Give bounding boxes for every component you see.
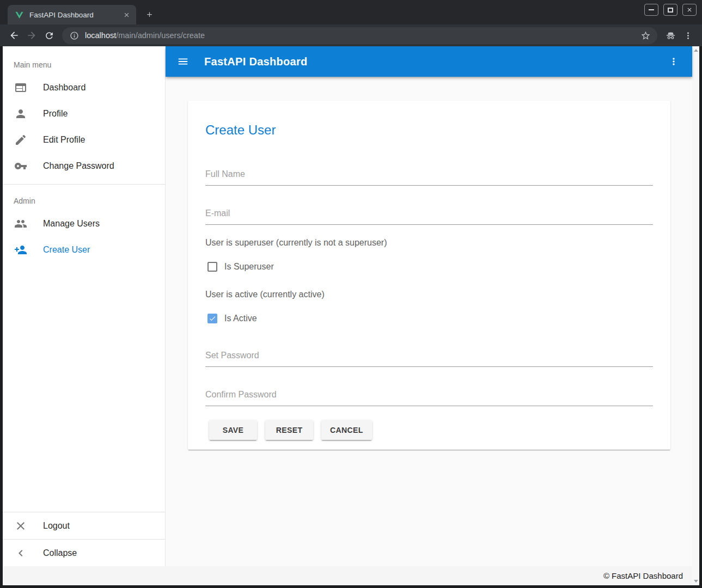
superuser-hint: User is superuser (currently is not a su… xyxy=(205,238,653,248)
pencil-icon xyxy=(14,133,27,146)
url-path: /main/admin/users/create xyxy=(116,31,205,40)
sidebar-item-label: Create User xyxy=(43,245,90,255)
bookmark-star-icon[interactable] xyxy=(639,29,652,42)
active-checkbox-row[interactable]: Is Active xyxy=(207,309,653,328)
web-icon xyxy=(14,81,27,94)
person-icon xyxy=(14,107,27,120)
superuser-checkbox[interactable] xyxy=(207,262,217,272)
sidebar-item-manage-users[interactable]: Manage Users xyxy=(3,211,165,237)
minimize-icon xyxy=(649,9,654,10)
create-user-card: Create User User is superuser (currently… xyxy=(188,101,670,450)
checkmark-icon xyxy=(209,315,216,322)
sidebar-item-change-password[interactable]: Change Password xyxy=(3,153,165,179)
full-name-field-wrap xyxy=(205,169,653,186)
sidebar-item-collapse[interactable]: Collapse xyxy=(3,540,165,566)
sidebar-item-logout[interactable]: Logout xyxy=(3,512,165,539)
confirm-password-input[interactable] xyxy=(205,390,653,406)
url-host: localhost xyxy=(85,31,116,40)
minimize-button[interactable] xyxy=(644,4,658,16)
maximize-icon xyxy=(668,8,673,13)
app-footer: © FastAPI Dashboard xyxy=(3,566,692,585)
chevron-left-icon xyxy=(14,547,27,560)
scroll-down-icon[interactable] xyxy=(694,580,698,583)
set-password-input[interactable] xyxy=(205,351,653,367)
main-content: Create User User is superuser (currently… xyxy=(166,77,692,566)
app-bar: FastAPI Dashboard xyxy=(166,46,692,77)
active-hint: User is active (currently active) xyxy=(205,290,653,299)
incognito-icon xyxy=(662,27,679,44)
sidebar: Main menu Dashboard Profile xyxy=(3,46,166,566)
page-scrollbar[interactable] xyxy=(692,46,699,585)
appbar-title: FastAPI Dashboard xyxy=(204,56,308,68)
sidebar-item-label: Edit Profile xyxy=(43,135,85,145)
close-button[interactable] xyxy=(682,4,697,16)
sidebar-item-label: Logout xyxy=(43,521,70,531)
browser-toolbar: localhost/main/admin/users/create xyxy=(0,24,702,46)
save-button[interactable]: SAVE xyxy=(209,420,257,440)
set-password-field-wrap xyxy=(205,351,653,367)
confirm-password-field-wrap xyxy=(205,390,653,406)
hamburger-menu-icon[interactable] xyxy=(176,55,190,68)
sidebar-bottom: Logout Collapse xyxy=(3,512,165,566)
close-icon xyxy=(686,7,693,13)
new-tab-button[interactable] xyxy=(142,7,157,22)
page: Main menu Dashboard Profile xyxy=(3,46,699,585)
tab-close-icon[interactable] xyxy=(121,9,132,20)
browser-menu-icon[interactable] xyxy=(679,27,697,44)
email-field-wrap xyxy=(205,209,653,225)
sidebar-item-label: Manage Users xyxy=(43,219,100,229)
footer-copyright: © FastAPI Dashboard xyxy=(603,571,683,580)
close-x-icon xyxy=(14,519,27,532)
reload-button[interactable] xyxy=(40,27,58,44)
sidebar-item-edit-profile[interactable]: Edit Profile xyxy=(3,127,165,153)
app: Main menu Dashboard Profile xyxy=(3,46,692,585)
back-button[interactable] xyxy=(5,27,23,44)
appbar-kebab-icon[interactable] xyxy=(666,54,681,69)
person-add-icon xyxy=(14,243,27,256)
sidebar-item-label: Collapse xyxy=(43,548,77,558)
sidebar-item-label: Change Password xyxy=(43,161,114,171)
superuser-checkbox-label: Is Superuser xyxy=(224,262,274,272)
vue-favicon xyxy=(14,10,24,20)
sidebar-item-create-user[interactable]: Create User xyxy=(3,237,165,263)
browser-tab[interactable]: FastAPI Dashboard xyxy=(8,5,136,24)
app-body: Main menu Dashboard Profile xyxy=(3,46,692,566)
browser-window: FastAPI Dashboard xyxy=(0,0,702,588)
form-actions: SAVE RESET CANCEL xyxy=(205,420,653,440)
sidebar-section-admin: Admin xyxy=(3,185,165,211)
page-title: Create User xyxy=(205,122,653,138)
active-checkbox-label: Is Active xyxy=(224,314,257,323)
email-input[interactable] xyxy=(205,209,653,225)
sidebar-item-profile[interactable]: Profile xyxy=(3,101,165,127)
key-icon xyxy=(14,160,27,173)
browser-chrome: FastAPI Dashboard xyxy=(0,0,702,46)
tab-strip: FastAPI Dashboard xyxy=(0,0,702,24)
reset-button[interactable]: RESET xyxy=(265,420,313,440)
url-text: localhost/main/admin/users/create xyxy=(85,31,639,40)
tab-title: FastAPI Dashboard xyxy=(29,11,121,19)
site-info-icon[interactable] xyxy=(69,30,80,41)
address-bar[interactable]: localhost/main/admin/users/create xyxy=(62,27,657,44)
sidebar-section-main: Main menu xyxy=(3,46,165,75)
active-checkbox[interactable] xyxy=(207,314,217,323)
scroll-up-icon[interactable] xyxy=(694,49,698,52)
window-controls xyxy=(644,4,697,16)
sidebar-item-label: Dashboard xyxy=(43,83,86,93)
main-area: FastAPI Dashboard Create User xyxy=(166,46,692,566)
sidebar-item-label: Profile xyxy=(43,109,68,119)
superuser-checkbox-row[interactable]: Is Superuser xyxy=(207,257,653,277)
maximize-button[interactable] xyxy=(663,4,677,16)
people-icon xyxy=(14,217,27,230)
sidebar-item-dashboard[interactable]: Dashboard xyxy=(3,75,165,101)
cancel-button[interactable]: CANCEL xyxy=(321,420,372,440)
full-name-input[interactable] xyxy=(205,169,653,186)
forward-button[interactable] xyxy=(23,27,40,44)
